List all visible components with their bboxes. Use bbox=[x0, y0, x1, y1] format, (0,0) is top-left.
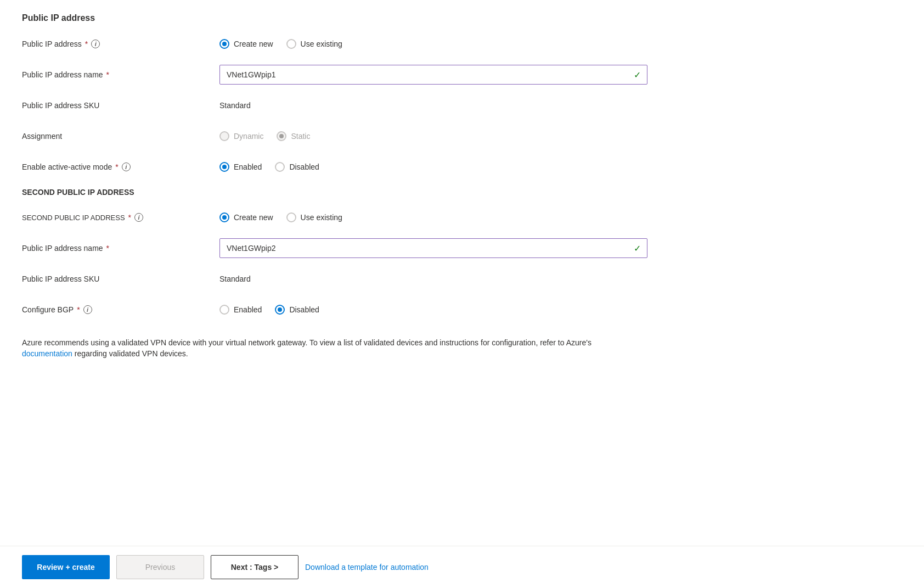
info-icon-active[interactable]: i bbox=[122, 163, 131, 171]
radio-dot-static bbox=[277, 131, 286, 141]
radio-use-existing-2[interactable]: Use existing bbox=[286, 212, 342, 222]
radio-disabled-active[interactable]: Disabled bbox=[275, 162, 319, 172]
radio-dot-enabled-active bbox=[219, 162, 229, 172]
radio-label-use-existing-2: Use existing bbox=[301, 213, 342, 222]
valid-check-2: ✓ bbox=[634, 243, 641, 254]
radio-label-create-new-1: Create new bbox=[234, 40, 273, 48]
label-configure-bgp: Configure BGP * i bbox=[22, 305, 219, 314]
second-ip-name-input[interactable] bbox=[219, 238, 647, 258]
radio-bgp-disabled[interactable]: Disabled bbox=[275, 305, 319, 315]
form-row-second-public-ip: SECOND PUBLIC IP ADDRESS * i Create new … bbox=[22, 208, 902, 227]
value-second-ip-sku: Standard bbox=[219, 275, 647, 283]
form-row-public-ip-name: Public IP address name * ✓ bbox=[22, 65, 902, 85]
required-star-second-name: * bbox=[106, 244, 109, 253]
label-active-active: Enable active-active mode * i bbox=[22, 163, 219, 171]
required-star-bgp: * bbox=[77, 305, 80, 314]
info-icon-second[interactable]: i bbox=[134, 213, 143, 222]
radio-label-bgp-disabled: Disabled bbox=[289, 305, 319, 314]
required-star-active: * bbox=[115, 163, 118, 171]
form-row-assignment: Assignment Dynamic Static bbox=[22, 126, 902, 146]
radio-create-new-2[interactable]: Create new bbox=[219, 212, 273, 222]
form-row-active-active: Enable active-active mode * i Enabled Di… bbox=[22, 157, 902, 177]
input-wrapper-public-ip-name: ✓ bbox=[219, 65, 647, 85]
radio-label-enabled-active: Enabled bbox=[234, 163, 262, 171]
radio-group-bgp: Enabled Disabled bbox=[219, 305, 647, 315]
footer: Review + create Previous Next : Tags > D… bbox=[0, 546, 924, 588]
radio-label-dynamic: Dynamic bbox=[234, 132, 263, 141]
radio-dot-bgp-disabled bbox=[275, 305, 285, 315]
form-row-public-ip-address: Public IP address * i Create new Use exi… bbox=[22, 34, 902, 54]
label-second-public-ip: SECOND PUBLIC IP ADDRESS * i bbox=[22, 213, 219, 222]
section-title-second-public-ip: SECOND PUBLIC IP ADDRESS bbox=[22, 188, 902, 197]
value-public-ip-sku: Standard bbox=[219, 101, 647, 110]
review-create-button[interactable]: Review + create bbox=[22, 555, 110, 579]
radio-dot-bgp-enabled bbox=[219, 305, 229, 315]
label-assignment: Assignment bbox=[22, 132, 219, 141]
radio-group-public-ip: Create new Use existing bbox=[219, 39, 647, 49]
info-icon-public-ip[interactable]: i bbox=[91, 40, 100, 48]
next-button[interactable]: Next : Tags > bbox=[211, 555, 298, 579]
radio-dot-create-new-2 bbox=[219, 212, 229, 222]
form-row-configure-bgp: Configure BGP * i Enabled Disabled bbox=[22, 300, 902, 320]
label-second-ip-name: Public IP address name * bbox=[22, 244, 219, 253]
radio-bgp-enabled[interactable]: Enabled bbox=[219, 305, 262, 315]
radio-group-active-active: Enabled Disabled bbox=[219, 162, 647, 172]
text-input-wrapper-1: ✓ bbox=[219, 65, 647, 85]
radio-static[interactable]: Static bbox=[277, 131, 310, 141]
radio-label-disabled-active: Disabled bbox=[289, 163, 319, 171]
text-input-wrapper-2: ✓ bbox=[219, 238, 647, 258]
required-star-second: * bbox=[128, 213, 131, 222]
radio-group-assignment: Dynamic Static bbox=[219, 131, 647, 141]
main-content: Public IP address Public IP address * i … bbox=[0, 0, 924, 546]
label-public-ip-sku: Public IP address SKU bbox=[22, 101, 219, 110]
radio-create-new-1[interactable]: Create new bbox=[219, 39, 273, 49]
radio-dot-disabled-active bbox=[275, 162, 285, 172]
radio-dynamic[interactable]: Dynamic bbox=[219, 131, 263, 141]
radio-label-create-new-2: Create new bbox=[234, 213, 273, 222]
radio-dot-use-existing-1 bbox=[286, 39, 296, 49]
required-star: * bbox=[85, 40, 88, 48]
radio-enabled-active[interactable]: Enabled bbox=[219, 162, 262, 172]
label-second-ip-sku: Public IP address SKU bbox=[22, 275, 219, 283]
radio-group-second-public-ip: Create new Use existing bbox=[219, 212, 647, 222]
radio-label-static: Static bbox=[291, 132, 310, 141]
radio-label-bgp-enabled: Enabled bbox=[234, 305, 262, 314]
input-wrapper-second-ip-name: ✓ bbox=[219, 238, 647, 258]
previous-button[interactable]: Previous bbox=[116, 555, 204, 579]
form-row-second-ip-name: Public IP address name * ✓ bbox=[22, 238, 902, 258]
label-public-ip-name: Public IP address name * bbox=[22, 70, 219, 79]
public-ip-name-input[interactable] bbox=[219, 65, 647, 85]
radio-label-use-existing-1: Use existing bbox=[301, 40, 342, 48]
documentation-link[interactable]: documentation bbox=[22, 349, 72, 358]
radio-use-existing-1[interactable]: Use existing bbox=[286, 39, 342, 49]
form-row-second-ip-sku: Public IP address SKU Standard bbox=[22, 269, 902, 289]
valid-check-1: ✓ bbox=[634, 70, 641, 80]
required-star-name: * bbox=[106, 70, 109, 79]
radio-dot-create-new-1 bbox=[219, 39, 229, 49]
radio-dot-use-existing-2 bbox=[286, 212, 296, 222]
download-template-button[interactable]: Download a template for automation bbox=[305, 563, 429, 572]
form-row-public-ip-sku: Public IP address SKU Standard bbox=[22, 96, 902, 115]
info-icon-bgp[interactable]: i bbox=[83, 305, 92, 314]
label-public-ip-address: Public IP address * i bbox=[22, 40, 219, 48]
radio-dot-dynamic bbox=[219, 131, 229, 141]
section-title-public-ip: Public IP address bbox=[22, 13, 902, 23]
info-text: Azure recommends using a validated VPN d… bbox=[22, 337, 626, 359]
